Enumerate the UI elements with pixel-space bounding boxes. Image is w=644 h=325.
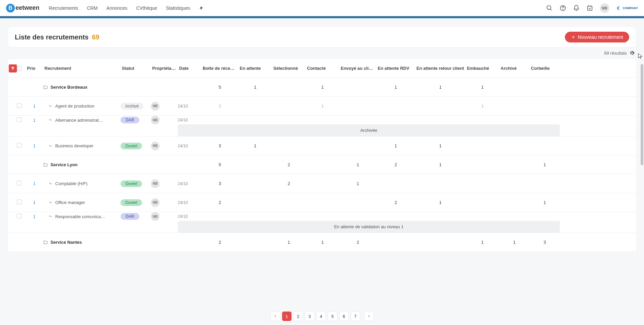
row-recruitment[interactable]: Alternance administrat…: [43, 118, 121, 123]
merged-status-bar: En attente de validation au niveau 1: [178, 221, 560, 233]
row-checkbox[interactable]: [17, 200, 22, 204]
nav-link-statistiques[interactable]: Statistiques: [166, 5, 190, 11]
child-arrow-icon: [48, 214, 53, 218]
owner-avatar[interactable]: NB: [151, 142, 160, 150]
col-archive[interactable]: Archivé: [499, 66, 530, 71]
status-badge: DAR: [121, 213, 139, 220]
company-logo[interactable]: COMPANY: [616, 5, 638, 11]
owner-avatar[interactable]: NB: [151, 198, 160, 207]
row-label: Alternance administrat…: [55, 118, 103, 123]
row-prio: 1: [26, 200, 43, 205]
bolt-icon[interactable]: [199, 5, 204, 11]
row-recruitment[interactable]: Service Lyon: [43, 162, 121, 167]
child-arrow-icon: [48, 104, 53, 108]
row-label: Service Nantes: [50, 240, 82, 245]
row-owner: NB: [151, 102, 178, 111]
svg-rect-4: [587, 6, 592, 10]
table-body: Service Bordeaux5111111Agent de producti…: [8, 78, 636, 252]
table-row[interactable]: 1Comptable (H/F)OuvertNB24/10321: [8, 174, 636, 193]
row-date: 24/10: [178, 214, 201, 219]
nav-link-cvthèque[interactable]: CVthèque: [136, 5, 157, 11]
svg-line-1: [550, 9, 551, 10]
row-recruitment[interactable]: Office manager: [43, 200, 121, 205]
col-retour[interactable]: En attente retour client: [415, 66, 466, 71]
folder-icon: [43, 162, 48, 167]
topnav: B eetween RecrutementsCRMAnnoncesCVthèqu…: [0, 0, 644, 16]
table-row[interactable]: 1Alternance administrat…DARNB24/10Archiv…: [8, 116, 636, 137]
select-all-checkbox[interactable]: [17, 66, 22, 71]
row-checkbox[interactable]: [17, 181, 22, 185]
logo[interactable]: B eetween: [6, 4, 39, 12]
row-status: Ouvert: [121, 199, 151, 206]
col-date[interactable]: Date: [178, 66, 201, 71]
nav-link-recrutements[interactable]: Recrutements: [49, 5, 78, 11]
calendar-icon[interactable]: [586, 5, 593, 11]
row-date: 24/10: [178, 200, 201, 205]
filter-icon[interactable]: [9, 64, 17, 72]
cell-attente: 1: [238, 85, 272, 90]
row-checkbox[interactable]: [17, 214, 22, 218]
row-prio: 1: [26, 104, 43, 109]
bell-icon[interactable]: [573, 5, 580, 11]
col-embauche[interactable]: Embauché: [466, 66, 499, 71]
row-owner: NB: [151, 116, 178, 124]
scrollbar[interactable]: [640, 24, 643, 252]
col-selectionne[interactable]: Sélectionné: [272, 66, 306, 71]
col-boite[interactable]: Boîte de réception: [201, 66, 238, 71]
help-icon[interactable]: [560, 5, 566, 11]
row-checkbox[interactable]: [17, 103, 22, 108]
table-row[interactable]: 1Business developerOuvertNB24/103111: [8, 137, 636, 155]
owner-avatar[interactable]: NB: [151, 102, 160, 111]
col-attente[interactable]: En attente: [238, 66, 272, 71]
table-row[interactable]: 1Office managerOuvertNB24/102211: [8, 193, 636, 212]
table-row[interactable]: Service Lyon521211: [8, 155, 636, 174]
table-row[interactable]: 1Responsable comunica…DARNB24/10En atten…: [8, 212, 636, 233]
cell-embauche: 1: [466, 240, 499, 245]
table-row[interactable]: 1Agent de productionArchivéNB24/10211: [8, 97, 636, 116]
col-statut[interactable]: Statut: [121, 66, 151, 71]
scrollbar-thumb[interactable]: [641, 64, 643, 165]
row-recruitment[interactable]: Comptable (H/F): [43, 181, 121, 186]
owner-avatar[interactable]: NB: [151, 212, 160, 221]
nav-link-annonces[interactable]: Annonces: [106, 5, 127, 11]
cell-rdv: 2: [376, 162, 415, 167]
folder-icon: [43, 85, 48, 90]
row-recruitment[interactable]: Service Bordeaux: [43, 85, 121, 90]
cell-boite: 3: [201, 143, 238, 148]
cell-selectionne: 2: [272, 162, 306, 167]
col-corbeille[interactable]: Corbeille: [530, 66, 560, 71]
row-status: DAR: [121, 117, 151, 123]
col-rdv[interactable]: En attente RDV: [376, 66, 415, 71]
row-checkbox[interactable]: [17, 143, 22, 148]
cell-boite: 2: [201, 104, 238, 109]
table-row[interactable]: Service Bordeaux511111: [8, 78, 636, 97]
status-badge: Ouvert: [121, 143, 142, 149]
page-count: 69: [92, 33, 99, 41]
col-envoye[interactable]: Envoyé au client: [339, 66, 376, 71]
child-arrow-icon: [48, 182, 53, 186]
search-icon[interactable]: [546, 5, 553, 11]
row-recruitment[interactable]: Agent de production: [43, 104, 121, 109]
col-proprietaire[interactable]: Propriétaire: [151, 66, 178, 71]
nav-link-crm[interactable]: CRM: [87, 5, 98, 11]
row-status: Ouvert: [121, 143, 151, 149]
logo-circle: B: [6, 4, 15, 12]
col-recrutement[interactable]: Recrutement: [43, 66, 121, 71]
cell-boite: 2: [201, 200, 238, 205]
row-status: DAR: [121, 213, 151, 220]
row-recruitment[interactable]: Business developer: [43, 143, 121, 148]
owner-avatar[interactable]: NB: [151, 179, 160, 188]
row-recruitment[interactable]: Service Nantes: [43, 240, 121, 245]
cell-selectionne: 2: [272, 181, 306, 186]
gear-icon[interactable]: [630, 51, 635, 56]
cell-retour: 1: [415, 143, 466, 148]
col-prio[interactable]: Prio: [26, 66, 43, 71]
user-avatar[interactable]: NB: [600, 3, 609, 13]
new-recruitment-button[interactable]: Nouveau recrutement: [565, 32, 629, 42]
owner-avatar[interactable]: NB: [151, 116, 160, 124]
col-contacte[interactable]: Contacté: [306, 66, 339, 71]
table-row[interactable]: Service Nantes2112113: [8, 233, 636, 252]
row-checkbox[interactable]: [17, 117, 22, 122]
cell-corbeille: 1: [530, 162, 560, 167]
row-recruitment[interactable]: Responsable comunica…: [43, 214, 121, 219]
